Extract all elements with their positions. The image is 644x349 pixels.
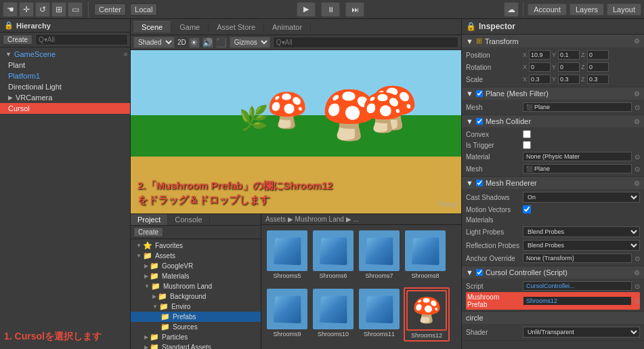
mesh-filter-mesh-field[interactable]: ⬛ Plane xyxy=(523,102,632,112)
pause-button[interactable]: ⏸ xyxy=(321,2,340,17)
move-tool[interactable]: ✛ xyxy=(19,2,34,17)
transform-header[interactable]: ▼ ⊞ Transform ⚙ xyxy=(462,35,644,47)
light-toggle[interactable]: ☀ xyxy=(189,37,200,48)
proj-particles[interactable]: ▶ 📁 Particles xyxy=(131,332,261,342)
hierarchy-create-button[interactable]: Create xyxy=(3,35,33,45)
tree-item-gamescene[interactable]: ▼ GameScene ≡ xyxy=(0,49,130,60)
asset-item-shrooms7[interactable]: Shrooms7 xyxy=(358,229,401,281)
cloud-button[interactable]: ☁ xyxy=(504,2,519,17)
is-trigger-checkbox[interactable] xyxy=(523,141,531,149)
scale-x-input[interactable] xyxy=(529,75,551,84)
enviro-icon: 📁 xyxy=(159,302,169,311)
asset-item-shrooms5[interactable]: Shrooms5 xyxy=(265,229,309,281)
asset-item-shrooms8[interactable]: Shrooms8 xyxy=(404,229,447,281)
project-create-button[interactable]: Create xyxy=(133,227,163,237)
asset-item-shrooms9[interactable]: Shrooms9 xyxy=(265,287,309,339)
proj-standard-assets[interactable]: ▶ 📁 Standard Assets xyxy=(131,342,261,349)
tab-scene[interactable]: Scene xyxy=(133,21,171,33)
mesh-collider-header[interactable]: ▼ Mesh Collider ⚙ xyxy=(462,115,644,127)
proj-googlevr[interactable]: ▶ 📁 GoogleVR xyxy=(131,261,261,271)
scale-tool[interactable]: ⊞ xyxy=(51,2,66,17)
transform-gear-icon[interactable]: ⚙ xyxy=(634,37,640,45)
proj-background[interactable]: ▶ 📁 Background xyxy=(131,291,261,302)
mesh-renderer-checkbox[interactable] xyxy=(476,180,483,186)
shading-select[interactable]: Shaded xyxy=(133,37,175,48)
motion-vectors-checkbox[interactable] xyxy=(523,205,531,213)
step-button[interactable]: ⏭ xyxy=(345,2,364,17)
scale-z-input[interactable] xyxy=(587,75,609,84)
proj-mushroom-land[interactable]: ▼ 📁 Mushroom Land xyxy=(131,281,261,291)
account-dropdown[interactable]: Account xyxy=(528,3,567,16)
proj-sources[interactable]: 📁 Sources xyxy=(131,322,261,332)
asset-item-shrooms6[interactable]: Shrooms6 xyxy=(312,229,355,281)
play-button[interactable]: ▶ xyxy=(297,2,316,17)
gizmos-select[interactable]: Gizmos xyxy=(230,37,270,48)
asset-item-shrooms12[interactable]: 🍄 Shrooms12 xyxy=(404,287,450,342)
anchor-override-dot[interactable]: ⊙ xyxy=(635,255,640,262)
tree-item-plant[interactable]: Plant xyxy=(0,60,130,70)
mesh-filter-gear-icon[interactable]: ⚙ xyxy=(634,90,640,98)
tab-asset-store[interactable]: Asset Store xyxy=(209,22,264,33)
cursol-controller-checkbox[interactable] xyxy=(476,269,483,276)
mesh-collider-gear-icon[interactable]: ⚙ xyxy=(634,118,640,125)
position-z-input[interactable] xyxy=(587,50,609,60)
tab-animator[interactable]: Animator xyxy=(264,22,311,33)
anchor-override-field[interactable]: None (Transform) xyxy=(523,253,632,263)
convex-checkbox[interactable] xyxy=(523,130,531,138)
proj-enviro[interactable]: ▼ 📁 Enviro xyxy=(131,302,261,312)
tab-game[interactable]: Game xyxy=(171,22,209,33)
proj-assets[interactable]: ▼ 📁 Assets xyxy=(131,251,261,261)
tree-item-vreye[interactable]: ▶ VRCamera xyxy=(0,92,130,103)
rotation-x-input[interactable] xyxy=(529,62,551,72)
cursol-controller-header[interactable]: ▼ Cursol Controller (Script) ⚙ xyxy=(462,266,644,279)
position-y-input[interactable] xyxy=(558,50,580,60)
proj-prefabs[interactable]: 📁 Prefabs xyxy=(131,312,261,322)
script-dot[interactable]: ⊙ xyxy=(635,283,640,290)
material-field[interactable]: None (Physic Mater xyxy=(523,152,632,161)
cursol-controller-gear-icon[interactable]: ⚙ xyxy=(634,269,640,276)
cast-shadows-label: Cast Shadows xyxy=(466,194,520,201)
rotate-tool[interactable]: ↺ xyxy=(35,2,50,17)
proj-materials[interactable]: ▶ 📁 Materials xyxy=(131,271,261,281)
mesh-renderer-header[interactable]: ▼ Mesh Renderer ⚙ xyxy=(462,177,644,189)
position-x-input[interactable] xyxy=(529,50,551,60)
rotation-z-input[interactable] xyxy=(587,62,609,72)
rect-tool[interactable]: ▭ xyxy=(68,2,83,17)
tab-project[interactable]: Project xyxy=(131,214,168,225)
local-button[interactable]: Local xyxy=(130,3,157,16)
mesh-renderer-gear-icon[interactable]: ⚙ xyxy=(634,180,640,187)
hierarchy-search-input[interactable] xyxy=(35,34,128,45)
scale-y-input[interactable] xyxy=(558,75,580,84)
layers-dropdown[interactable]: Layers xyxy=(570,3,604,16)
material-dot[interactable]: ⊙ xyxy=(635,153,640,161)
asset-item-shrooms10[interactable]: Shrooms10 xyxy=(312,287,355,339)
light-probes-select[interactable]: Blend Probes xyxy=(523,226,640,237)
2d-toggle[interactable]: 2D xyxy=(177,39,186,46)
mesh-filter-dot[interactable]: ⊙ xyxy=(635,104,640,111)
tree-item-cursol[interactable]: Cursol xyxy=(0,103,130,114)
mesh-filter-checkbox[interactable] xyxy=(476,90,483,97)
tab-console[interactable]: Console xyxy=(168,214,209,225)
mushroom-prefab-field[interactable]: Shrooms12 xyxy=(523,296,632,306)
collider-mesh-dot[interactable]: ⊙ xyxy=(635,165,640,173)
cast-shadows-select[interactable]: On xyxy=(523,192,640,203)
asset-item-shrooms11[interactable]: Shrooms11 xyxy=(358,287,401,339)
mesh-collider-checkbox[interactable] xyxy=(476,118,483,125)
mushroom-prefab-dot[interactable]: ⊙ xyxy=(635,297,640,305)
shader-select[interactable]: Unlit/Transparent xyxy=(523,327,640,337)
center-button[interactable]: Center xyxy=(94,3,126,16)
scene-search-input[interactable] xyxy=(273,37,458,48)
tree-item-directional-light[interactable]: Directional Light xyxy=(0,81,130,92)
mesh-filter-header[interactable]: ▼ Plane (Mesh Filter) ⚙ xyxy=(462,87,644,100)
circle-header[interactable]: circle xyxy=(462,312,644,324)
rotation-y-input[interactable] xyxy=(558,62,580,72)
tree-item-platform1[interactable]: Platform1 xyxy=(0,70,130,81)
hand-tool[interactable]: ☚ xyxy=(3,2,18,17)
layout-dropdown[interactable]: Layout xyxy=(607,3,641,16)
proj-favorites[interactable]: ▼ ⭐ Favorites xyxy=(131,241,261,251)
collider-mesh-field[interactable]: ⬛ Plane xyxy=(523,164,632,173)
fx-toggle[interactable]: ⬛ xyxy=(216,37,227,48)
script-field[interactable]: CursolControllei... xyxy=(523,281,632,291)
audio-toggle[interactable]: 🔊 xyxy=(202,37,213,48)
reflection-probes-select[interactable]: Blend Probes xyxy=(523,240,640,251)
